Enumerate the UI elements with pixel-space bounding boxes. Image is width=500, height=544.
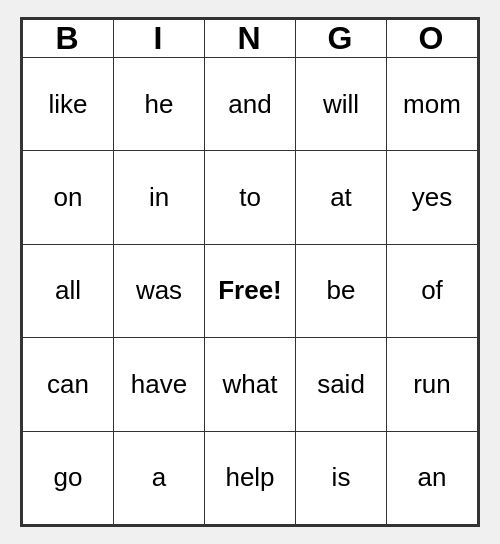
- header-col-n: N: [205, 20, 296, 58]
- bingo-row-2: allwasFree!beof: [23, 244, 478, 337]
- bingo-cell-0-1[interactable]: he: [114, 58, 205, 151]
- bingo-cell-3-3[interactable]: said: [296, 338, 387, 431]
- bingo-cell-2-3[interactable]: be: [296, 244, 387, 337]
- bingo-cell-0-2[interactable]: and: [205, 58, 296, 151]
- bingo-cell-4-0[interactable]: go: [23, 431, 114, 524]
- bingo-cell-0-4[interactable]: mom: [387, 58, 478, 151]
- bingo-cell-2-4[interactable]: of: [387, 244, 478, 337]
- bingo-cell-4-2[interactable]: help: [205, 431, 296, 524]
- header-col-i: I: [114, 20, 205, 58]
- bingo-cell-0-3[interactable]: will: [296, 58, 387, 151]
- bingo-cell-0-0[interactable]: like: [23, 58, 114, 151]
- bingo-cell-3-1[interactable]: have: [114, 338, 205, 431]
- bingo-cell-1-1[interactable]: in: [114, 151, 205, 244]
- bingo-cell-3-0[interactable]: can: [23, 338, 114, 431]
- header-row: BINGO: [23, 20, 478, 58]
- bingo-cell-1-3[interactable]: at: [296, 151, 387, 244]
- bingo-cell-4-4[interactable]: an: [387, 431, 478, 524]
- bingo-cell-2-0[interactable]: all: [23, 244, 114, 337]
- bingo-row-4: goahelpisan: [23, 431, 478, 524]
- bingo-card: BINGO likeheandwillmomonintoatyesallwasF…: [20, 17, 480, 527]
- bingo-cell-1-0[interactable]: on: [23, 151, 114, 244]
- bingo-cell-1-2[interactable]: to: [205, 151, 296, 244]
- bingo-row-3: canhavewhatsaidrun: [23, 338, 478, 431]
- bingo-row-0: likeheandwillmom: [23, 58, 478, 151]
- bingo-cell-1-4[interactable]: yes: [387, 151, 478, 244]
- header-col-g: G: [296, 20, 387, 58]
- bingo-cell-4-3[interactable]: is: [296, 431, 387, 524]
- bingo-cell-4-1[interactable]: a: [114, 431, 205, 524]
- bingo-cell-2-2[interactable]: Free!: [205, 244, 296, 337]
- header-col-o: O: [387, 20, 478, 58]
- header-col-b: B: [23, 20, 114, 58]
- bingo-cell-3-4[interactable]: run: [387, 338, 478, 431]
- bingo-cell-3-2[interactable]: what: [205, 338, 296, 431]
- bingo-table: BINGO likeheandwillmomonintoatyesallwasF…: [22, 19, 478, 525]
- bingo-row-1: onintoatyes: [23, 151, 478, 244]
- bingo-cell-2-1[interactable]: was: [114, 244, 205, 337]
